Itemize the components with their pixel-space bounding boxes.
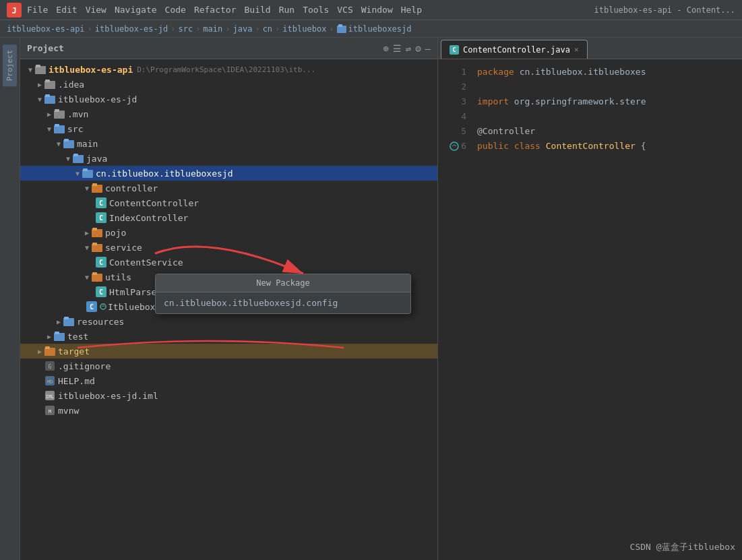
gitignore-label: .gitignore <box>58 361 111 371</box>
breadcrumb-sep-6: › <box>275 24 280 34</box>
tree-item-controller[interactable]: ▼ controller <box>20 181 437 195</box>
line-num-4: 4 <box>443 109 466 124</box>
tree-item-src[interactable]: ▼ src <box>20 121 437 136</box>
menu-edit[interactable]: Edit <box>56 5 77 15</box>
root-folder-icon <box>35 65 46 74</box>
content-ctrl-icon: C <box>96 197 106 208</box>
window-title: itbluebox-es-api - Content... <box>594 5 735 15</box>
tree-item-target[interactable]: ▶ target <box>20 344 437 359</box>
esjd-folder-icon <box>44 94 55 104</box>
svg-text:G: G <box>49 364 52 370</box>
test-folder-icon <box>54 332 65 341</box>
tree-item-index-ctrl[interactable]: C IndexController <box>20 210 437 225</box>
menu-view[interactable]: View <box>86 5 106 15</box>
breadcrumb-item-1[interactable]: itbluebox-es-api <box>7 24 85 34</box>
index-ctrl-label: IndexController <box>109 213 188 223</box>
popup-header: New Package <box>156 274 410 292</box>
resources-arrow: ▶ <box>54 318 63 325</box>
svg-rect-17 <box>73 154 78 156</box>
tree-item-pojo[interactable]: ▶ pojo <box>20 225 437 240</box>
pkg-folder-icon <box>82 168 93 178</box>
root-arrow: ▼ <box>26 66 35 73</box>
code-area[interactable]: package cn.itbluebox.itblueboxes import … <box>472 65 742 555</box>
code-line-6: public class ContentController { <box>477 139 742 154</box>
java-label: java <box>86 154 107 164</box>
tree-item-mvn[interactable]: ▶ .mvn <box>20 106 437 121</box>
svg-rect-32 <box>55 332 59 334</box>
svg-rect-7 <box>45 80 50 82</box>
root-path: D:\ProgramWorkSpace\IDEA\20221103\itb... <box>137 65 315 74</box>
breadcrumb-sep-1: › <box>88 24 92 34</box>
panel-header-icons: ⊕ ☰ ⇌ ⚙ — <box>383 43 431 54</box>
menu-tools[interactable]: Tools <box>303 5 329 15</box>
test-arrow: ▶ <box>44 333 54 340</box>
line-num-3: 3 <box>443 94 466 109</box>
menu-file[interactable]: File <box>27 5 48 15</box>
breadcrumb-item-5[interactable]: java <box>233 24 253 34</box>
split-icon[interactable]: ⇌ <box>406 43 411 54</box>
svg-rect-5 <box>36 65 40 67</box>
mvn-folder-icon <box>54 109 65 119</box>
content-svc-label: ContentService <box>109 257 183 268</box>
service-arrow: ▼ <box>82 244 92 251</box>
menu-refactor[interactable]: Refactor <box>194 5 237 15</box>
tree-item-content-service[interactable]: C ContentService <box>20 255 437 270</box>
md-icon: MD <box>44 375 55 386</box>
spring-run-icon <box>450 142 459 151</box>
editor-content: 1 2 3 4 5 6 package cn.itbluebox.itblueb… <box>438 59 742 560</box>
settings-icon[interactable]: ⚙ <box>415 43 421 54</box>
breadcrumb-sep-2: › <box>171 24 175 34</box>
tree-root[interactable]: ▼ itbluebox-es-api D:\ProgramWorkSpace\I… <box>20 62 437 77</box>
tree-item-esjd[interactable]: ▼ itbluebox-es-jd <box>20 92 437 106</box>
tree-item-gitignore[interactable]: G .gitignore <box>20 359 437 373</box>
editor-tab-content-ctrl[interactable]: C ContentController.java ✕ <box>441 40 588 59</box>
package-icon <box>337 24 346 33</box>
locate-icon[interactable]: ⊕ <box>383 43 388 54</box>
tree-item-java[interactable]: ▼ java <box>20 151 437 166</box>
app-spring-icon <box>100 303 106 310</box>
menu-build[interactable]: Build <box>245 5 271 15</box>
root-label: itbluebox-es-api <box>49 65 133 75</box>
project-panel-title: Project <box>27 43 64 53</box>
mvnw-icon: M <box>44 405 55 416</box>
project-panel: Project ⊕ ☰ ⇌ ⚙ — ▼ itbluebox-es-api <box>20 38 438 560</box>
idea-folder-icon <box>44 80 55 89</box>
java-folder-icon <box>73 154 84 163</box>
svg-rect-15 <box>64 139 69 142</box>
menu-navigate[interactable]: Navigate <box>115 5 157 15</box>
breadcrumb-sep-4: › <box>225 24 230 34</box>
menu-window[interactable]: Window <box>361 5 393 15</box>
tree-item-main[interactable]: ▼ main <box>20 136 437 151</box>
minimize-icon[interactable]: — <box>425 43 431 54</box>
breadcrumb-item-7[interactable]: itbluebox <box>282 24 326 34</box>
breadcrumb-item-4[interactable]: main <box>203 24 222 34</box>
tree-item-help[interactable]: MD HELP.md <box>20 373 437 388</box>
menu-help[interactable]: Help <box>401 5 422 15</box>
code-line-4 <box>477 109 742 124</box>
menu-run[interactable]: Run <box>279 5 295 15</box>
tree-item-package[interactable]: ▼ cn.itbluebox.itblueboxesjd <box>20 166 437 181</box>
breadcrumb-item-3[interactable]: src <box>178 24 193 34</box>
sidebar-project-tab[interactable]: Project <box>3 44 17 86</box>
breadcrumb-item-6[interactable]: cn <box>263 24 272 34</box>
menu-code[interactable]: Code <box>165 5 186 15</box>
tab-close-button[interactable]: ✕ <box>574 45 579 54</box>
menu-vcs[interactable]: VCS <box>337 5 352 15</box>
resources-folder-icon <box>63 317 74 326</box>
breadcrumb-item-8[interactable]: itblueboxesjd <box>348 24 412 34</box>
tree-item-service[interactable]: ▼ service <box>20 240 437 255</box>
breadcrumb-item-2[interactable]: itbluebox-es-jd <box>95 24 168 34</box>
tree-item-resources[interactable]: ▶ resources <box>20 314 437 329</box>
svg-rect-11 <box>55 109 59 112</box>
tree-item-test[interactable]: ▶ test <box>20 329 437 344</box>
service-folder-icon <box>92 243 102 252</box>
popup-config-item[interactable]: cn.itbluebox.itblueboxesjd.config <box>156 292 410 313</box>
iml-icon: IML <box>44 390 55 401</box>
target-arrow: ▶ <box>35 348 44 355</box>
tree-item-mvnw[interactable]: M mvnw <box>20 403 437 418</box>
collapse-icon[interactable]: ☰ <box>393 43 402 54</box>
line-numbers: 1 2 3 4 5 6 <box>438 65 472 555</box>
tree-item-iml[interactable]: IML itbluebox-es-jd.iml <box>20 388 437 403</box>
tree-item-content-ctrl[interactable]: C ContentController <box>20 195 437 210</box>
tree-item-idea[interactable]: ▶ .idea <box>20 77 437 92</box>
